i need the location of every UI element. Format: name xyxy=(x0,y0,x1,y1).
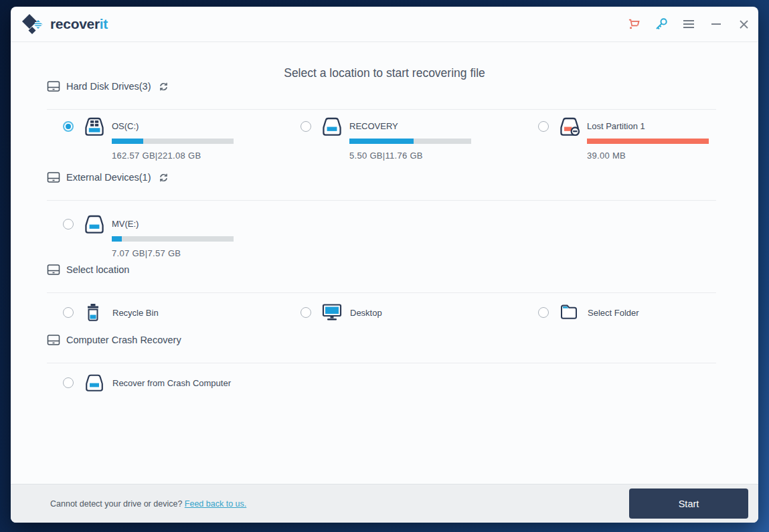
radio-mv-e[interactable] xyxy=(63,219,74,230)
location-label: Desktop xyxy=(350,308,382,318)
crash-recovery-list: Recover from Crash Computer xyxy=(63,371,732,395)
cart-icon[interactable] xyxy=(626,16,642,32)
location-recycle-bin[interactable]: Recycle Bin xyxy=(63,300,301,325)
capacity-bar-fill xyxy=(112,236,122,242)
titlebar-actions xyxy=(614,16,752,32)
footer-help-text: Cannot detect your drive or device? Feed… xyxy=(50,499,246,509)
location-crash-computer[interactable]: Recover from Crash Computer xyxy=(63,371,301,395)
capacity-bar xyxy=(587,139,709,144)
page-title: Select a location to start recovering fi… xyxy=(11,66,758,80)
hard-drive-icon xyxy=(47,264,60,276)
key-icon[interactable] xyxy=(653,16,669,32)
location-select-folder[interactable]: Select Folder xyxy=(538,300,732,325)
section-label: Hard Disk Drives(3) xyxy=(66,81,151,92)
radio-crash-computer[interactable] xyxy=(63,377,74,388)
app-window: recoverit xyxy=(11,7,758,523)
partition-drive-icon xyxy=(84,373,104,392)
recoverit-logo-icon xyxy=(21,13,44,35)
drive-card-mv-e[interactable]: MV(E:) 7.07 GB|7.57 GB xyxy=(63,211,301,258)
partition-drive-icon xyxy=(321,116,343,137)
desktop-monitor-icon xyxy=(322,303,342,322)
minimize-button[interactable] xyxy=(708,16,724,32)
section-select-location: Select location xyxy=(47,270,716,293)
drive-card-lost-partition[interactable]: Lost Partition 1 39.00 MB xyxy=(538,114,732,161)
radio-recovery[interactable] xyxy=(301,121,311,132)
footer-bar: Cannot detect your drive or device? Feed… xyxy=(11,484,758,523)
system-drive-icon xyxy=(84,116,105,137)
section-label: External Devices(1) xyxy=(66,172,151,183)
feedback-link[interactable]: Feed back to us. xyxy=(185,499,246,509)
recycle-bin-icon xyxy=(84,303,104,322)
drive-size: 7.07 GB|7.57 GB xyxy=(112,248,234,258)
section-label: Select location xyxy=(66,264,129,275)
app-name: recoverit xyxy=(50,16,108,32)
radio-select-folder[interactable] xyxy=(538,307,549,318)
section-hard-disk-drives: Hard Disk Drives(3) xyxy=(47,86,716,110)
footer-question: Cannot detect your drive or device? xyxy=(50,499,185,509)
radio-recycle-bin[interactable] xyxy=(63,307,74,318)
drive-size: 39.00 MB xyxy=(587,151,709,161)
folder-icon xyxy=(560,303,580,322)
drive-label: RECOVERY xyxy=(349,116,471,137)
radio-lost-partition[interactable] xyxy=(538,121,549,132)
section-external-devices: External Devices(1) xyxy=(47,177,716,201)
section-label: Computer Crash Recovery xyxy=(66,335,181,345)
app-logo: recoverit xyxy=(21,13,108,35)
location-label: Recover from Crash Computer xyxy=(112,378,231,388)
drive-card-recovery[interactable]: RECOVERY 5.50 GB|11.76 GB xyxy=(301,114,538,161)
titlebar: recoverit xyxy=(11,7,758,42)
external-device-list: MV(E:) 7.07 GB|7.57 GB xyxy=(63,211,732,258)
hard-drive-icon xyxy=(47,80,60,92)
section-crash-recovery: Computer Crash Recovery xyxy=(47,340,716,363)
drive-size: 5.50 GB|11.76 GB xyxy=(349,151,471,161)
drive-card-os-c[interactable]: OS(C:) 162.57 GB|221.08 GB xyxy=(63,114,301,161)
capacity-bar xyxy=(112,236,234,242)
lost-partition-icon xyxy=(559,116,580,137)
location-label: Select Folder xyxy=(588,308,639,318)
hard-disk-list: OS(C:) 162.57 GB|221.08 GB RECOVERY 5.50… xyxy=(63,114,732,161)
drive-label: OS(C:) xyxy=(112,116,234,137)
location-label: Recycle Bin xyxy=(112,308,159,318)
start-button[interactable]: Start xyxy=(629,489,748,519)
capacity-bar-fill xyxy=(112,139,143,144)
hard-drive-icon xyxy=(47,334,60,346)
refresh-icon[interactable] xyxy=(159,173,169,183)
drive-label: Lost Partition 1 xyxy=(587,116,709,137)
refresh-icon[interactable] xyxy=(159,82,169,92)
desktop-background: recoverit xyxy=(0,0,769,532)
location-desktop[interactable]: Desktop xyxy=(301,300,538,325)
hard-drive-icon xyxy=(47,171,60,183)
drive-label: MV(E:) xyxy=(112,214,234,234)
radio-os-c[interactable] xyxy=(63,121,74,132)
radio-desktop[interactable] xyxy=(301,307,311,318)
capacity-bar-fill xyxy=(587,139,709,144)
capacity-bar-fill xyxy=(349,139,414,144)
location-list: Recycle Bin Desktop Sele xyxy=(63,300,732,325)
capacity-bar xyxy=(349,139,471,144)
menu-icon[interactable] xyxy=(681,16,697,32)
capacity-bar xyxy=(112,139,234,144)
close-button[interactable] xyxy=(736,16,752,32)
partition-drive-icon xyxy=(84,214,105,234)
drive-size: 162.57 GB|221.08 GB xyxy=(112,151,234,161)
